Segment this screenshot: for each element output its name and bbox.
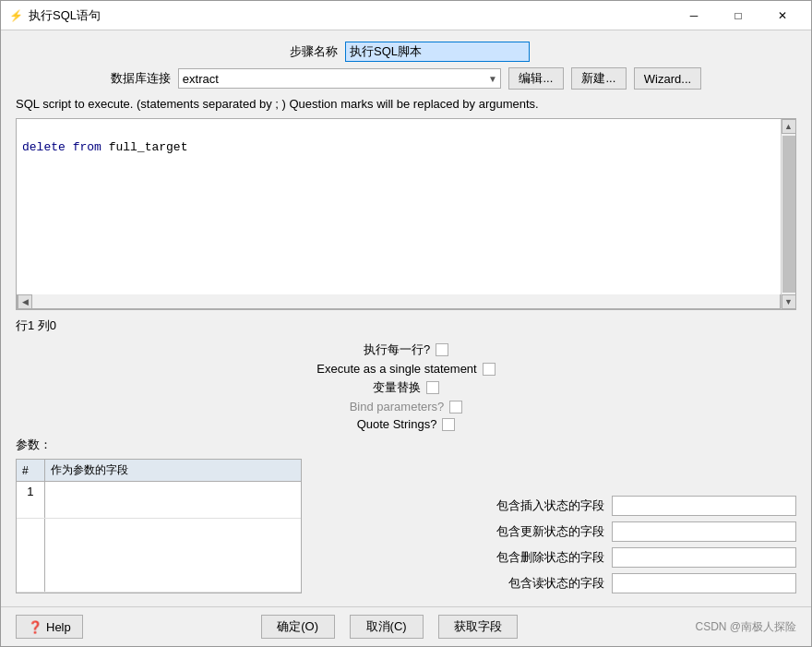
col-field-header: 作为参数的字段 (44, 460, 301, 482)
execute-each-row-option: 执行每一行? (364, 341, 448, 358)
params-section: 参数： # 作为参数的字段 1 (16, 437, 796, 593)
read-field-row: 包含读状态的字段 (316, 573, 796, 593)
scroll-up-arrow[interactable]: ▲ (782, 119, 796, 134)
bind-params-option: Bind parameters? (350, 400, 463, 413)
quote-strings-checkbox[interactable] (442, 418, 455, 431)
vertical-scrollbar: ▲ ▼ (781, 119, 795, 309)
main-content: 步骤名称 数据库连接 extract ▼ 编辑... 新建... Wizard.… (1, 30, 811, 606)
footer-center: 确定(O) 取消(C) 获取字段 (261, 615, 518, 639)
horizontal-scrollbar: ◀ ▶ (17, 294, 795, 309)
row-field-cell[interactable] (44, 482, 301, 519)
help-icon: ❓ (28, 620, 42, 634)
main-window: ⚡ 执行SQL语句 ─ □ ✕ 步骤名称 数据库连接 extract ▼ 编辑.… (0, 0, 812, 647)
col-num-header: # (17, 460, 44, 482)
execute-each-row-label: 执行每一行? (364, 341, 430, 358)
row-num-cell: 1 (17, 482, 44, 519)
new-button[interactable]: 新建... (571, 67, 627, 90)
confirm-button[interactable]: 确定(O) (261, 615, 335, 639)
insert-field-row: 包含插入状态的字段 (316, 496, 796, 516)
maximize-button[interactable]: □ (717, 1, 759, 30)
sql-editor-wrapper: delete from full_target ▲ ▼ ◀ ▶ (16, 118, 796, 310)
editor-status: 行1 列0 (16, 318, 796, 334)
empty-num-cell (17, 519, 44, 593)
cancel-button[interactable]: 取消(C) (350, 615, 424, 639)
footer-left: ❓ Help (16, 615, 83, 639)
title-bar: ⚡ 执行SQL语句 ─ □ ✕ (1, 1, 811, 30)
bind-params-checkbox[interactable] (449, 401, 462, 413)
title-bar-left: ⚡ 执行SQL语句 (8, 7, 101, 24)
variable-replace-option: 变量替换 (373, 379, 439, 396)
minimize-button[interactable]: ─ (673, 1, 715, 30)
watermark: CSDN @南极人探险 (695, 619, 796, 635)
variable-replace-checkbox[interactable] (426, 381, 439, 394)
empty-field-cell (44, 519, 301, 593)
table-row-empty (17, 519, 301, 593)
insert-field-input[interactable] (612, 496, 796, 516)
right-fields: 包含插入状态的字段 包含更新状态的字段 包含删除状态的字段 包含读状态的字段 (316, 459, 796, 593)
execute-single-label: Execute as a single statement (316, 362, 476, 376)
get-fields-button[interactable]: 获取字段 (438, 615, 518, 639)
variable-replace-label: 变量替换 (373, 379, 421, 396)
step-name-input[interactable] (345, 42, 530, 62)
table-row: 1 (17, 482, 301, 519)
scroll-left-arrow[interactable]: ◀ (18, 294, 32, 309)
window-title: 执行SQL语句 (29, 7, 101, 24)
params-table-wrapper: # 作为参数的字段 1 (16, 459, 302, 593)
params-label: 参数： (16, 437, 796, 453)
db-connect-label: 数据库连接 (111, 70, 171, 87)
edit-button[interactable]: 编辑... (508, 67, 564, 90)
delete-field-input[interactable] (612, 547, 796, 568)
scroll-thumb[interactable] (782, 136, 795, 293)
execute-single-checkbox[interactable] (483, 363, 496, 376)
db-select-wrapper: extract ▼ (178, 68, 501, 89)
wizard-button[interactable]: Wizard... (634, 67, 701, 90)
execute-single-option: Execute as a single statement (316, 362, 495, 376)
title-bar-controls: ─ □ ✕ (673, 1, 804, 30)
params-content: # 作为参数的字段 1 (16, 459, 796, 593)
hscroll-track[interactable] (32, 294, 780, 308)
options-section: 执行每一行? Execute as a single statement 变量替… (16, 341, 796, 431)
help-button[interactable]: ❓ Help (16, 615, 83, 639)
params-table: # 作为参数的字段 1 (17, 460, 301, 593)
sql-editor[interactable]: delete from full_target (17, 119, 795, 294)
footer: ❓ Help 确定(O) 取消(C) 获取字段 CSDN @南极人探险 (1, 606, 811, 646)
scroll-down-arrow[interactable]: ▼ (782, 294, 796, 309)
close-button[interactable]: ✕ (761, 1, 804, 30)
read-field-input[interactable] (612, 573, 796, 593)
db-connect-select[interactable]: extract (178, 68, 501, 89)
update-field-input[interactable] (612, 521, 796, 542)
delete-field-row: 包含删除状态的字段 (316, 547, 796, 568)
quote-strings-label: Quote Strings? (357, 417, 437, 431)
execute-each-row-checkbox[interactable] (436, 343, 448, 356)
bind-params-label: Bind parameters? (350, 400, 445, 413)
read-field-label: 包含读状态的字段 (508, 575, 604, 592)
step-name-label: 步骤名称 (282, 43, 338, 60)
db-connect-row: 数据库连接 extract ▼ 编辑... 新建... Wizard... (16, 67, 796, 90)
update-field-label: 包含更新状态的字段 (496, 523, 604, 540)
description-text: SQL script to execute. (statements separ… (16, 97, 796, 111)
help-label: Help (46, 620, 71, 634)
insert-field-label: 包含插入状态的字段 (496, 497, 604, 514)
quote-strings-option: Quote Strings? (357, 417, 456, 431)
step-name-row: 步骤名称 (16, 42, 796, 62)
delete-field-label: 包含删除状态的字段 (496, 549, 604, 566)
window-icon: ⚡ (8, 8, 23, 23)
update-field-row: 包含更新状态的字段 (316, 521, 796, 542)
